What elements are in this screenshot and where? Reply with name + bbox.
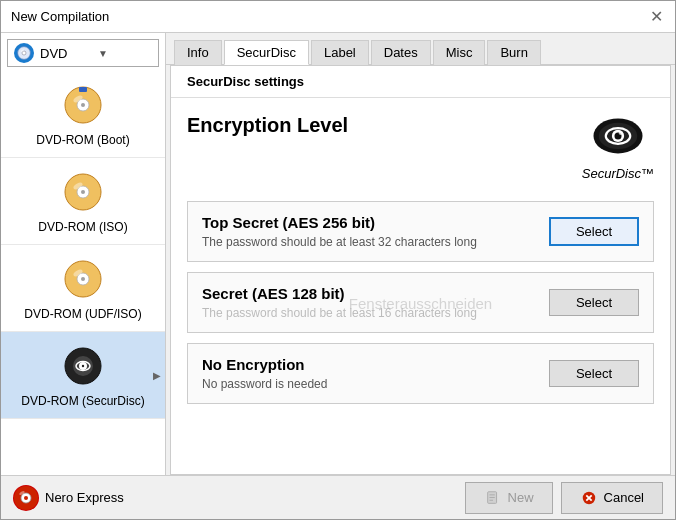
svg-rect-34 <box>489 494 494 495</box>
svg-point-31 <box>24 496 28 500</box>
tab-inner: Encryption Level <box>171 98 670 474</box>
svg-point-28 <box>619 132 623 136</box>
dvd-iso-icon <box>59 168 107 216</box>
cancel-button[interactable]: Cancel <box>561 482 663 514</box>
option-desc-secret: The password should be at least 16 chara… <box>202 306 533 320</box>
bottombar: Nero Express New Cance <box>1 475 675 519</box>
tab-dates[interactable]: Dates <box>371 40 431 65</box>
sidebar-label-dvd-rom-securdisc: DVD-ROM (SecurDisc) <box>21 394 144 408</box>
sidebar-label-dvd-rom-boot: DVD-ROM (Boot) <box>36 133 129 147</box>
securdisc-logo: SecurDisc™ <box>582 114 654 181</box>
right-panel: Info SecurDisc Label Dates Misc Burn <box>166 33 675 475</box>
tab-misc[interactable]: Misc <box>433 40 486 65</box>
encryption-option-no-encryption: No Encryption No password is needed Sele… <box>187 343 654 404</box>
svg-point-22 <box>82 365 84 367</box>
option-name-no-encryption: No Encryption <box>202 356 533 373</box>
window-title: New Compilation <box>11 9 109 24</box>
titlebar: New Compilation ✕ <box>1 1 675 33</box>
nero-express-label: Nero Express <box>45 490 124 505</box>
cancel-label: Cancel <box>604 490 644 505</box>
sidebar-list: DVD-ROM (Boot) DVD-ROM (ISO) <box>1 71 165 475</box>
svg-point-1 <box>22 51 26 55</box>
content-area: DVD ▼ <box>1 33 675 475</box>
tab-info[interactable]: Info <box>174 40 222 65</box>
securdisc-logo-svg <box>583 114 653 164</box>
new-button[interactable]: New <box>465 482 553 514</box>
sidebar-item-dvd-rom-securdisc[interactable]: DVD-ROM (SecurDisc) ▶ <box>1 332 165 419</box>
section-title: SecurDisc settings <box>171 66 670 98</box>
svg-point-10 <box>81 190 85 194</box>
dvd-boot-icon <box>59 81 107 129</box>
tabs-bar: Info SecurDisc Label Dates Misc Burn <box>166 33 675 65</box>
new-label: New <box>508 490 534 505</box>
sidebar-label-dvd-rom-udf: DVD-ROM (UDF/ISO) <box>24 307 141 321</box>
select-button-secret[interactable]: Select <box>549 289 639 316</box>
tab-securdisc[interactable]: SecurDisc <box>224 40 309 65</box>
svg-rect-7 <box>79 87 87 92</box>
option-info-secret: Secret (AES 128 bit) The password should… <box>202 285 533 320</box>
encryption-header: Encryption Level <box>187 114 654 181</box>
svg-point-14 <box>81 277 85 281</box>
select-button-no-encryption[interactable]: Select <box>549 360 639 387</box>
encryption-option-secret: Secret (AES 128 bit) The password should… <box>187 272 654 333</box>
nero-express-button[interactable]: Nero Express <box>13 485 124 511</box>
tab-label[interactable]: Label <box>311 40 369 65</box>
dvd-dropdown-icon <box>14 43 34 63</box>
close-button[interactable]: ✕ <box>647 8 665 26</box>
cancel-icon <box>580 489 598 507</box>
encryption-title: Encryption Level <box>187 114 348 137</box>
sidebar-item-dvd-rom-udf[interactable]: DVD-ROM (UDF/ISO) <box>1 245 165 332</box>
option-info-no-encryption: No Encryption No password is needed <box>202 356 533 391</box>
sidebar-label-dvd-rom-iso: DVD-ROM (ISO) <box>38 220 127 234</box>
option-desc-top-secret: The password should be at least 32 chara… <box>202 235 533 249</box>
main-window: New Compilation ✕ DVD ▼ <box>0 0 676 520</box>
option-desc-no-encryption: No password is needed <box>202 377 533 391</box>
svg-rect-36 <box>489 499 493 500</box>
selected-arrow: ▶ <box>153 370 161 381</box>
encryption-option-top-secret: Top Secret (AES 256 bit) The password sh… <box>187 201 654 262</box>
new-icon <box>484 489 502 507</box>
nero-icon <box>13 485 39 511</box>
dropdown-label: DVD <box>40 46 94 61</box>
sidebar-item-dvd-rom-boot[interactable]: DVD-ROM (Boot) <box>1 71 165 158</box>
select-button-top-secret[interactable]: Select <box>549 217 639 246</box>
option-info-top-secret: Top Secret (AES 256 bit) The password sh… <box>202 214 533 249</box>
sidebar-item-dvd-rom-iso[interactable]: DVD-ROM (ISO) <box>1 158 165 245</box>
tab-burn[interactable]: Burn <box>487 40 540 65</box>
tab-content-securdisc: SecurDisc settings Encryption Level <box>170 65 671 475</box>
dvd-securdisc-icon <box>59 342 107 390</box>
sidebar: DVD ▼ <box>1 33 166 475</box>
type-dropdown[interactable]: DVD ▼ <box>7 39 159 67</box>
option-name-top-secret: Top Secret (AES 256 bit) <box>202 214 533 231</box>
svg-rect-35 <box>489 497 494 498</box>
option-name-secret: Secret (AES 128 bit) <box>202 285 533 302</box>
svg-point-5 <box>81 103 85 107</box>
dropdown-arrow: ▼ <box>98 48 152 59</box>
dvd-udf-icon <box>59 255 107 303</box>
brand-name: SecurDisc™ <box>582 166 654 181</box>
